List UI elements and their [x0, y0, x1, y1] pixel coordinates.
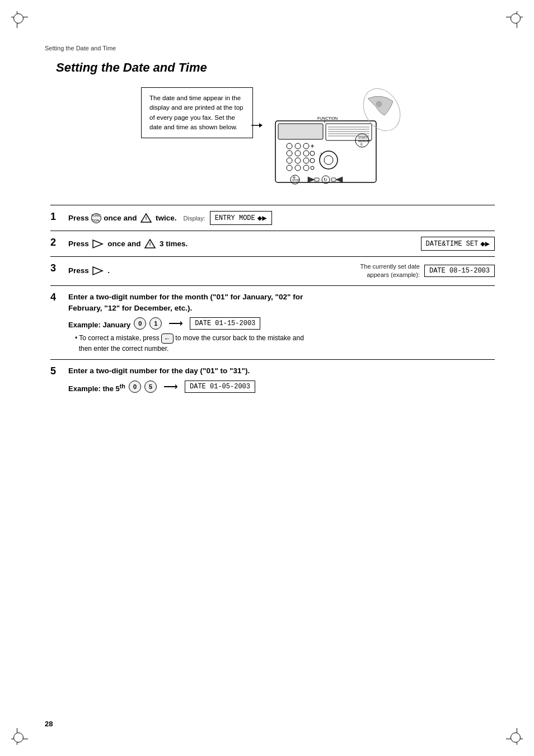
breadcrumb: Setting the Date and Time [45, 45, 500, 51]
step-5-number: 5 [50, 365, 64, 378]
step-3-text: Press . [68, 265, 110, 277]
svg-point-44 [376, 101, 382, 107]
fax-diagram-area: The date and time appear in the display … [45, 87, 500, 194]
steps-container: 1 Press FUNCTION once and twice. Display… [50, 205, 495, 398]
step-1: 1 Press FUNCTION once and twice. Display… [50, 205, 495, 231]
step-1-row: Press FUNCTION once and twice. Display: … [68, 211, 495, 225]
step-4-display-value: DATE 01-15-2003 [195, 320, 255, 327]
back-key-icon: ← [161, 334, 174, 344]
svg-point-19 [287, 158, 292, 163]
reg-circle-bl [13, 732, 24, 743]
step-1-number: 1 [50, 211, 64, 223]
step-4-key-1: 1 [149, 317, 162, 330]
svg-rect-9 [278, 124, 323, 139]
step-2-content: Press once and 3 times. DATE&TIME SET [68, 237, 495, 251]
step-4-example-row: Example: January 0 1 ⟶ DATE 01-15-2003 [68, 317, 495, 330]
svg-text:J: J [320, 152, 322, 157]
step-3-display: DATE 08-15-2003 [424, 265, 495, 277]
step-2-display-value: DATE&TIME SET [426, 240, 479, 248]
step-4-example-label: Example: January [68, 321, 130, 329]
svg-text:FUNCTION: FUNCTION [317, 116, 338, 120]
nav-right-icon-2 [91, 238, 106, 250]
step-1-content: Press FUNCTION once and twice. Display: … [68, 211, 495, 225]
step-2-row: Press once and 3 times. DATE&TIME SET [68, 237, 495, 251]
step-2-text: Press once and 3 times. [68, 238, 188, 250]
svg-point-10 [287, 143, 292, 149]
function-key-icon: FUNCTION [91, 213, 101, 223]
step-4: 4 Enter a two-digit number for the month… [50, 285, 495, 359]
svg-point-21 [303, 158, 309, 163]
step-2-number: 2 [50, 237, 64, 249]
svg-point-18 [310, 151, 315, 156]
svg-point-28 [324, 156, 333, 165]
step-5-display-value: DATE 01-05-2003 [190, 383, 250, 391]
svg-point-15 [287, 151, 292, 156]
svg-point-16 [295, 151, 301, 156]
reg-circle-br [510, 732, 521, 743]
page-title: Setting the Date and Time [56, 60, 500, 75]
svg-rect-42 [331, 178, 336, 181]
svg-point-11 [295, 143, 301, 149]
svg-point-12 [303, 143, 309, 149]
svg-point-27 [320, 151, 338, 169]
step-1-text: Press FUNCTION once and twice. [68, 212, 177, 224]
step-4-note: • To correct a mistake, press ← to move … [68, 333, 495, 354]
step-3-number: 3 [50, 262, 64, 275]
step-1-display: ENTRY MODE ◆▶ [210, 211, 272, 225]
step-4-content: Enter a two-digit number for the month (… [68, 292, 495, 354]
step-3-content: Press . The currently set dateappears (e… [68, 262, 495, 280]
step-2: 2 Press once and 3 times. [50, 231, 495, 256]
step-5-display: DATE 01-05-2003 [185, 381, 255, 393]
svg-point-23 [287, 165, 292, 171]
svg-text:↻: ↻ [324, 177, 327, 182]
step-1-display-arrow: ◆▶ [257, 213, 267, 223]
nav-up-icon [139, 212, 153, 224]
nav-up-icon-2 [143, 238, 157, 250]
step-3-currently-label: The currently set dateappears (example): [360, 262, 420, 280]
step-3-row: Press . The currently set dateappears (e… [68, 262, 495, 280]
step-3-display-area: The currently set dateappears (example):… [360, 262, 495, 280]
svg-point-24 [295, 165, 301, 171]
step-5-example-label: Example: the 5th [68, 382, 125, 392]
svg-point-22 [310, 158, 315, 163]
svg-text:⊕: ⊕ [293, 176, 296, 179]
svg-rect-39 [315, 178, 319, 181]
step-5-key-0: 0 [129, 381, 141, 393]
step-4-text: Enter a two-digit number for the month (… [68, 292, 495, 314]
svg-point-20 [295, 158, 301, 163]
step-5-arrow: ⟶ [163, 381, 178, 393]
nav-right-icon-3 [91, 265, 106, 277]
svg-point-17 [303, 151, 309, 156]
step-2-display-arrow: ◆▶ [480, 239, 490, 248]
step-4-key-0: 0 [134, 317, 146, 330]
reg-circle-tl [13, 13, 24, 24]
step-1-display-value: ENTRY MODE [215, 214, 255, 222]
page-container: Setting the Date and Time Setting the Da… [0, 0, 534, 756]
svg-point-26 [311, 166, 314, 170]
step-5-example-row: Example: the 5th 0 5 ⟶ DATE 01-05-2003 [68, 380, 495, 392]
step-5-key-5: 5 [144, 381, 157, 393]
callout-text: The date and time appear in the display … [149, 95, 243, 130]
step-5-content: Enter a two-digit number for the day ("0… [68, 365, 495, 393]
reg-circle-tr [510, 13, 521, 24]
page-number: 28 [45, 720, 53, 728]
step-1-display-label: Display: [184, 215, 205, 222]
step-3: 3 Press . The currently set dateappears … [50, 256, 495, 285]
step-3-display-value: DATE 08-15-2003 [429, 267, 490, 275]
step-4-display: DATE 01-15-2003 [190, 317, 260, 330]
step-5-text: Enter a two-digit number for the day ("0… [68, 365, 495, 377]
fax-diagram-inner: The date and time appear in the display … [141, 87, 404, 194]
svg-text:①: ① [360, 143, 363, 146]
fax-machine-diagram: J START/ MEMORY ① FUNCTION STOP ⊕ [259, 87, 404, 194]
svg-point-25 [303, 165, 309, 171]
step-4-arrow: ⟶ [168, 317, 183, 330]
step-2-display: DATE&TIME SET ◆▶ [421, 237, 495, 251]
step-4-number: 4 [50, 292, 64, 304]
callout-box: The date and time appear in the display … [141, 87, 253, 138]
step-5: 5 Enter a two-digit number for the day (… [50, 359, 495, 398]
